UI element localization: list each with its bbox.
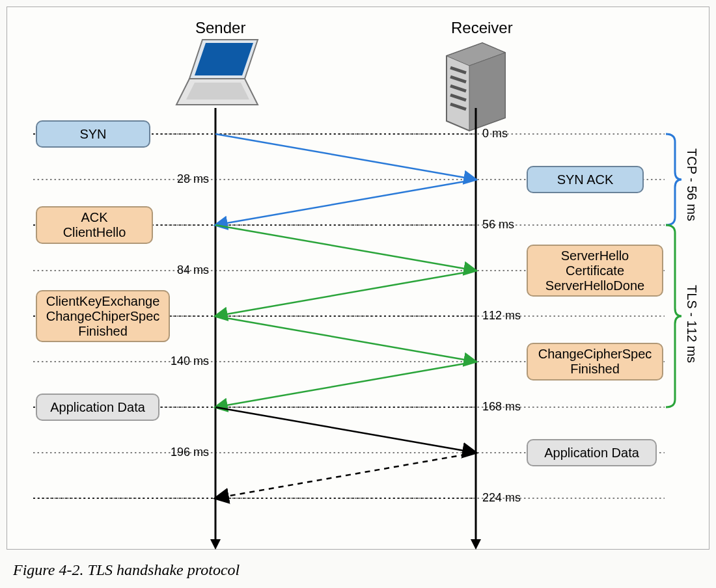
message-box: Application Data: [527, 439, 657, 466]
time-tick: 224 ms: [482, 491, 521, 505]
message-box: SYN ACK: [527, 166, 644, 193]
diagram-frame: Sender Receiver: [7, 7, 709, 550]
laptop-icon: [176, 40, 258, 105]
time-tick: 84 ms: [177, 263, 209, 277]
svg-line-31: [215, 271, 476, 316]
time-tick: 56 ms: [482, 218, 514, 232]
figure-caption: Figure 4-2. TLS handshake protocol: [13, 561, 709, 579]
time-tick: 28 ms: [177, 172, 209, 186]
svg-marker-6: [469, 53, 505, 131]
bracket-label: TLS - 112 ms: [684, 285, 699, 363]
message-box: SYN: [36, 120, 150, 148]
time-tick: 168 ms: [482, 400, 521, 414]
svg-marker-3: [186, 83, 249, 100]
time-tick: 140 ms: [171, 354, 209, 368]
message-box: ClientKeyExchange ChangeChiperSpec Finis…: [36, 290, 170, 342]
svg-line-32: [215, 316, 476, 362]
time-tick: 112 ms: [482, 309, 521, 323]
message-box: ChangeCipherSpec Finished: [527, 343, 663, 381]
bracket-label: TCP - 56 ms: [684, 148, 699, 221]
svg-line-30: [215, 225, 476, 271]
time-tick: 0 ms: [482, 127, 508, 140]
time-tick: 196 ms: [171, 446, 209, 459]
svg-line-28: [215, 134, 476, 180]
svg-line-29: [215, 180, 476, 225]
svg-line-33: [215, 362, 476, 407]
svg-line-35: [215, 453, 476, 498]
message-box: ACK ClientHello: [36, 206, 153, 244]
message-box: Application Data: [36, 394, 159, 421]
message-box: ServerHello Certificate ServerHelloDone: [527, 245, 663, 297]
svg-line-34: [215, 407, 476, 453]
